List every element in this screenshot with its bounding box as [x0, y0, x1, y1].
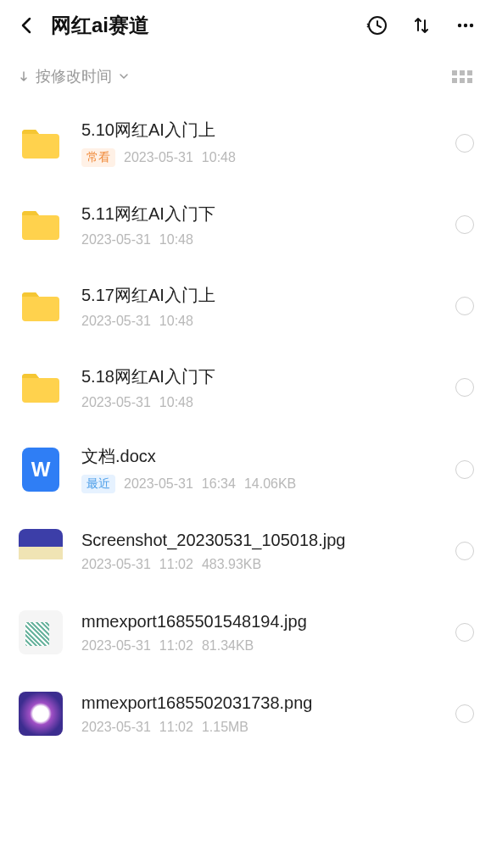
- file-size: 81.34KB: [202, 638, 254, 654]
- file-time: 16:34: [202, 476, 236, 492]
- chevron-left-icon: [19, 17, 36, 34]
- file-item[interactable]: 5.10网红AI入门上常看2023-05-3110:48: [7, 102, 484, 184]
- file-time: 10:48: [159, 232, 193, 248]
- sort-bar: 按修改时间: [0, 51, 491, 102]
- file-item[interactable]: mmexport1685502031738.png2023-05-3111:02…: [7, 673, 484, 754]
- file-icon-slot: [17, 527, 64, 575]
- file-name: 文档.docx: [81, 445, 438, 468]
- file-meta: 2023-05-3110:48: [81, 395, 438, 410]
- file-info: 5.11网红AI入门下2023-05-3110:48: [81, 203, 438, 248]
- file-icon-slot: [17, 120, 64, 167]
- file-info: Screenshot_20230531_105018.jpg2023-05-31…: [81, 531, 438, 572]
- image-thumbnail: [19, 610, 63, 654]
- header: 网红ai赛道: [0, 0, 491, 51]
- arrow-down-icon: [19, 70, 29, 82]
- file-icon-slot: [17, 201, 64, 248]
- select-radio[interactable]: [455, 215, 474, 234]
- image-thumbnail: [19, 692, 63, 736]
- file-size: 14.06KB: [244, 476, 296, 492]
- file-meta: 2023-05-3110:48: [81, 232, 438, 248]
- file-time: 11:02: [159, 557, 193, 572]
- file-name: mmexport1685501548194.jpg: [81, 612, 438, 632]
- back-button[interactable]: [14, 12, 41, 39]
- folder-icon: [20, 208, 61, 242]
- select-radio[interactable]: [455, 623, 474, 642]
- file-icon-slot: [17, 364, 64, 411]
- file-info: mmexport1685502031738.png2023-05-3111:02…: [81, 693, 438, 735]
- select-radio[interactable]: [455, 378, 474, 397]
- file-date: 2023-05-31: [124, 150, 193, 165]
- view-toggle-button[interactable]: [452, 70, 472, 83]
- history-icon: [366, 14, 388, 36]
- file-date: 2023-05-31: [81, 314, 151, 329]
- file-time: 11:02: [159, 720, 193, 735]
- file-name: mmexport1685502031738.png: [81, 693, 438, 713]
- header-actions: [365, 14, 477, 37]
- file-list: 5.10网红AI入门上常看2023-05-3110:48 5.11网红AI入门下…: [0, 102, 491, 754]
- badge-frequent: 常看: [81, 148, 115, 167]
- transfer-button[interactable]: [410, 14, 433, 37]
- sort-dropdown[interactable]: 按修改时间: [19, 66, 129, 86]
- file-icon-slot: [17, 690, 64, 737]
- image-thumbnail: [19, 529, 63, 573]
- file-icon-slot: [17, 282, 64, 330]
- file-icon-slot: W: [17, 446, 64, 493]
- file-date: 2023-05-31: [124, 476, 193, 492]
- transfer-icon: [411, 15, 432, 36]
- file-name: 5.17网红AI入门上: [81, 284, 438, 307]
- chevron-down-icon: [119, 73, 129, 80]
- file-name: 5.11网红AI入门下: [81, 203, 438, 225]
- select-radio[interactable]: [455, 134, 474, 153]
- grid-view-icon: [452, 70, 472, 83]
- file-icon-slot: [17, 609, 64, 656]
- select-radio[interactable]: [455, 704, 474, 723]
- file-meta: 2023-05-3111:021.15MB: [81, 720, 438, 735]
- file-time: 10:48: [159, 314, 193, 329]
- folder-icon: [20, 289, 61, 323]
- file-item[interactable]: 5.18网红AI入门下2023-05-3110:48: [7, 347, 484, 428]
- file-info: 文档.docx最近2023-05-3116:3414.06KB: [81, 445, 438, 493]
- folder-icon: [20, 370, 61, 404]
- file-item[interactable]: 5.11网红AI入门下2023-05-3110:48: [7, 184, 484, 265]
- sort-label-text: 按修改时间: [36, 66, 112, 86]
- page-title: 网红ai赛道: [51, 12, 355, 39]
- badge-recent: 最近: [81, 475, 115, 493]
- svg-point-2: [464, 24, 467, 27]
- file-name: 5.10网红AI入门上: [81, 119, 438, 142]
- file-item[interactable]: 5.17网红AI入门上2023-05-3110:48: [7, 265, 484, 347]
- file-time: 10:48: [159, 395, 193, 410]
- file-date: 2023-05-31: [81, 232, 151, 248]
- file-item[interactable]: Screenshot_20230531_105018.jpg2023-05-31…: [7, 510, 484, 592]
- file-size: 483.93KB: [202, 557, 261, 572]
- select-radio[interactable]: [455, 542, 474, 560]
- file-meta: 最近2023-05-3116:3414.06KB: [81, 475, 438, 493]
- file-info: 5.18网红AI入门下2023-05-3110:48: [81, 365, 438, 410]
- file-date: 2023-05-31: [81, 557, 151, 572]
- file-info: mmexport1685501548194.jpg2023-05-3111:02…: [81, 612, 438, 654]
- file-meta: 2023-05-3110:48: [81, 314, 438, 329]
- file-info: 5.17网红AI入门上2023-05-3110:48: [81, 284, 438, 329]
- select-radio[interactable]: [455, 460, 474, 479]
- file-date: 2023-05-31: [81, 720, 151, 735]
- folder-icon: [20, 126, 61, 160]
- more-button[interactable]: [454, 14, 477, 37]
- file-date: 2023-05-31: [81, 638, 151, 654]
- more-icon: [455, 15, 476, 36]
- file-meta: 2023-05-3111:0281.34KB: [81, 638, 438, 654]
- docx-icon: W: [22, 448, 59, 492]
- file-name: 5.18网红AI入门下: [81, 365, 438, 388]
- file-date: 2023-05-31: [81, 395, 151, 410]
- file-info: 5.10网红AI入门上常看2023-05-3110:48: [81, 119, 438, 167]
- history-button[interactable]: [365, 14, 389, 37]
- file-name: Screenshot_20230531_105018.jpg: [81, 531, 438, 550]
- file-time: 11:02: [159, 638, 193, 654]
- file-size: 1.15MB: [202, 720, 248, 735]
- file-item[interactable]: mmexport1685501548194.jpg2023-05-3111:02…: [7, 592, 484, 673]
- select-radio[interactable]: [455, 297, 474, 315]
- file-meta: 2023-05-3111:02483.93KB: [81, 557, 438, 572]
- file-time: 10:48: [202, 150, 236, 165]
- svg-point-1: [458, 24, 461, 27]
- file-meta: 常看2023-05-3110:48: [81, 148, 438, 167]
- file-item[interactable]: W文档.docx最近2023-05-3116:3414.06KB: [7, 428, 484, 510]
- svg-point-3: [470, 24, 473, 27]
